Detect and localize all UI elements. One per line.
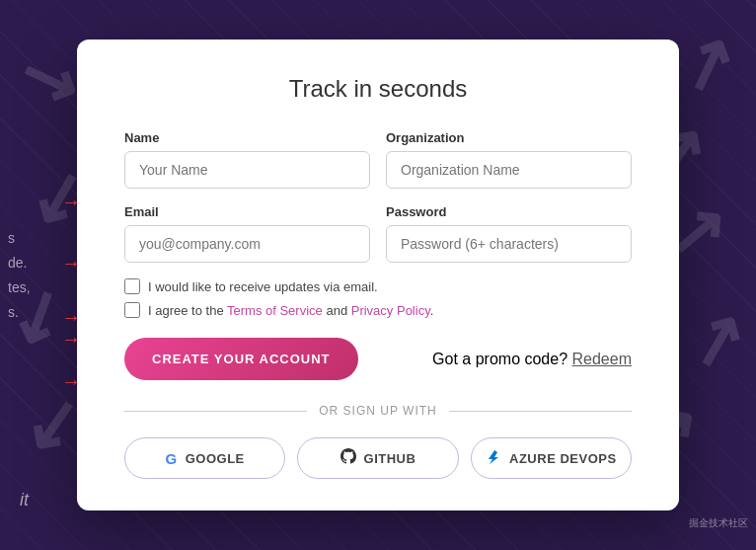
divider-line-right bbox=[449, 411, 632, 412]
side-text-left: s de. tes, s. bbox=[8, 225, 31, 325]
email-group: Email bbox=[124, 204, 370, 263]
password-label: Password bbox=[386, 204, 632, 219]
name-label: Name bbox=[124, 130, 370, 145]
email-label: Email bbox=[124, 204, 370, 219]
updates-checkbox-row: I would like to receive updates via emai… bbox=[124, 278, 632, 294]
redeem-link[interactable]: Redeem bbox=[572, 351, 632, 367]
page-title: Track in seconds bbox=[124, 75, 632, 103]
updates-label: I would like to receive updates via emai… bbox=[148, 279, 378, 294]
github-icon bbox=[340, 448, 356, 468]
terms-link[interactable]: Terms of Service bbox=[227, 303, 323, 318]
terms-label: I agree to the Terms of Service and Priv… bbox=[148, 303, 433, 318]
name-group: Name bbox=[124, 130, 370, 189]
google-icon: G bbox=[166, 450, 178, 467]
org-label: Organization bbox=[386, 130, 632, 145]
social-buttons-row: G GOOGLE GITHUB AZURE DEVOPS bbox=[124, 437, 632, 479]
password-group: Password bbox=[386, 204, 632, 263]
password-input[interactable] bbox=[386, 225, 632, 263]
email-password-row: Email Password bbox=[124, 204, 632, 263]
divider: OR SIGN UP WITH bbox=[124, 404, 632, 418]
name-input[interactable] bbox=[124, 151, 370, 189]
google-label: GOOGLE bbox=[186, 451, 245, 466]
github-button[interactable]: GITHUB bbox=[297, 437, 458, 479]
terms-checkbox[interactable] bbox=[124, 302, 140, 318]
name-org-row: Name Organization bbox=[124, 130, 632, 189]
divider-text: OR SIGN UP WITH bbox=[319, 404, 436, 418]
email-input[interactable] bbox=[124, 225, 370, 263]
divider-line-left bbox=[124, 411, 307, 412]
updates-checkbox[interactable] bbox=[124, 278, 140, 294]
privacy-link[interactable]: Privacy Policy bbox=[351, 303, 430, 318]
google-button[interactable]: G GOOGLE bbox=[124, 437, 285, 479]
checkbox-group: I would like to receive updates via emai… bbox=[124, 278, 632, 318]
azure-label: AZURE DEVOPS bbox=[509, 451, 617, 466]
org-group: Organization bbox=[386, 130, 632, 189]
promo-section: Got a promo code? Redeem bbox=[432, 351, 632, 368]
signup-modal: Track in seconds Name Organization Email… bbox=[77, 39, 679, 511]
azure-icon bbox=[486, 449, 501, 468]
promo-text: Got a promo code? bbox=[432, 351, 567, 367]
org-input[interactable] bbox=[386, 151, 632, 189]
side-text-bottom-left: it bbox=[20, 490, 29, 511]
github-label: GITHUB bbox=[364, 451, 416, 466]
terms-checkbox-row: I agree to the Terms of Service and Priv… bbox=[124, 302, 632, 318]
azure-button[interactable]: AZURE DEVOPS bbox=[471, 437, 632, 479]
side-text-right: 掘金技术社区 bbox=[689, 516, 748, 530]
create-account-button[interactable]: CREATE YOUR ACCOUNT bbox=[124, 338, 358, 380]
action-row: CREATE YOUR ACCOUNT Got a promo code? Re… bbox=[124, 338, 632, 380]
